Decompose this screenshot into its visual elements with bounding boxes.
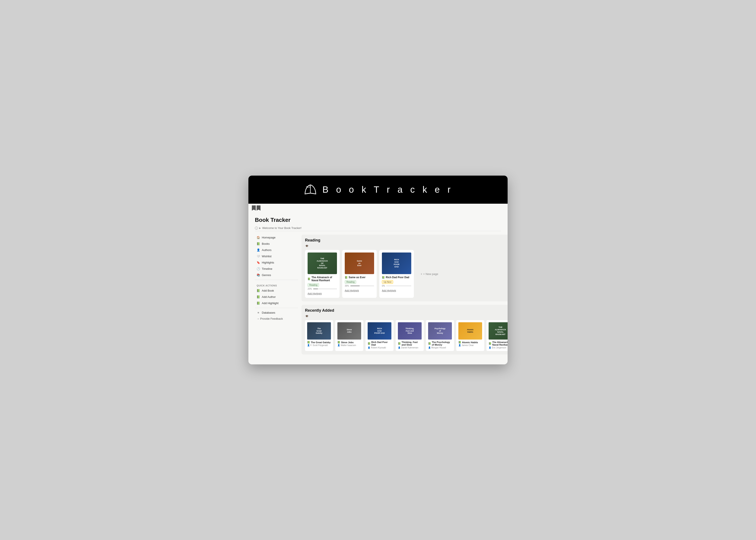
sidebar-label-highlights: Highlights [262, 261, 274, 264]
author-icon-psychology: 👤 [428, 346, 431, 349]
recent-cover-gatsby: TheGreatGatsby [307, 322, 331, 339]
author-icon-gatsby: 👤 [307, 344, 310, 346]
sidebar-feedback[interactable]: → Provide Feedback [255, 316, 298, 322]
sidebar-databases[interactable]: ≡ Databases [255, 310, 298, 316]
add-author-icon: 📗 [257, 295, 260, 299]
sidebar-databases-label: Databases [262, 311, 275, 314]
recent-author-steve-jobs: 👤 Walter Isaacson [337, 344, 361, 346]
chevron-right-icon: ▶ [259, 227, 261, 229]
recent-author-naval: 👤 Eric Jorgenson [489, 346, 508, 349]
progress-text-almanack: 20% [308, 288, 312, 290]
recently-cards-row: TheGreatGatsby 📗 The Great Gatsby 👤 F. S… [305, 320, 508, 351]
author-icon-naval: 👤 [489, 346, 491, 349]
recent-card-naval[interactable]: THEALMANACKNAVALRAVIKANT 📗 The Almanack … [486, 320, 508, 351]
reading-new-page-card[interactable]: + + New page [417, 250, 442, 298]
sidebar-label-timeline: Timeline [262, 267, 272, 270]
recent-title-naval: 📗 The Almanack of Naval Ravikant [489, 341, 508, 346]
sidebar-item-homepage[interactable]: 🏠 Homepage [255, 234, 298, 240]
sidebar-item-wishlist[interactable]: 🤍 Wishlist [255, 253, 298, 259]
recent-title-gatsby: 📗 The Great Gatsby [307, 341, 331, 344]
book-card-almanack[interactable]: THEALMANACKOFNAVALRAVIKANT 📗 The Almanac… [305, 250, 339, 298]
book-icon-atomic: 📗 [458, 341, 461, 344]
recent-card-psychology[interactable]: PsychologyofMoney 📗 The Psychology of Mo… [426, 320, 454, 351]
recent-title-rich-dad: 📗 Rich Dad Poor Dad [368, 341, 391, 346]
sidebar-item-authors[interactable]: 👤 Authors [255, 247, 298, 253]
layout: 🏠 Homepage 📗 Books 👤 Authors 🤍 Wishlist … [255, 234, 501, 358]
quick-actions-label: Quick Actions [255, 282, 298, 288]
recent-author-gatsby: 👤 F. Scott Fitzgerald [307, 344, 331, 346]
cover-text-almanack: THEALMANACKOFNAVALRAVIKANT [316, 257, 329, 270]
reading-title: Reading [305, 238, 508, 243]
progress-bar-fill-almanack [313, 289, 318, 289]
sidebar-label-genres: Genres [262, 273, 271, 277]
sidebar-add-highlight-label: Add Highlight [262, 302, 278, 305]
recent-author-psychology: 👤 Morgan Housel [428, 346, 452, 349]
recent-author-rich-dad: 👤 Robert Kiyosaki [368, 346, 391, 349]
bookmark-icon-1 [252, 205, 256, 210]
book-title-rich-dad: 📗 Rich Dad Poor Dad [382, 276, 411, 279]
recent-title-steve-jobs: 📗 Steve Jobs [337, 341, 361, 344]
book-cover-almanack: THEALMANACKOFNAVALRAVIKANT [308, 252, 337, 274]
add-highlight-rich-dad[interactable]: Add Highlight [382, 289, 396, 292]
book-icon-naval: 📗 [489, 342, 492, 345]
app-window: B o o k T r a c k e r Book Tracker i ▶ W… [248, 176, 508, 364]
info-icon: i [255, 226, 258, 230]
book-small-icon-rich-dad: 📗 [382, 276, 385, 279]
progress-bar-bg-almanack [313, 289, 337, 289]
status-badge-almanack: Reading [308, 283, 319, 287]
sidebar-item-genres[interactable]: 📚 Genres [255, 272, 298, 278]
add-highlight-same-as-ever[interactable]: Add Highlight [345, 289, 359, 292]
recent-card-steve-jobs[interactable]: SteveJobs 📗 Steve Jobs 👤 Walter Isaacson [335, 320, 363, 351]
status-badge-rich-dad: Up Next [382, 280, 393, 284]
progress-bar-fill-same-as-ever [350, 286, 360, 286]
book-small-icon-same-as-ever: 📗 [345, 276, 348, 279]
status-badge-same-as-ever: Reading [345, 280, 356, 284]
reading-eye-icon: 👁️ [305, 244, 508, 248]
sidebar-label-authors: Authors [262, 248, 272, 252]
book-title-same-as-ever: 📗 Same as Ever [345, 276, 374, 279]
databases-icon: ≡ [257, 311, 260, 314]
author-icon-atomic: 👤 [458, 344, 461, 346]
author-icon-thinking: 👤 [398, 346, 401, 349]
sidebar-item-books[interactable]: 📗 Books [255, 241, 298, 247]
sidebar-item-timeline[interactable]: 🕐 Timeline [255, 266, 298, 272]
recent-author-thinking: 👤 Daniel Kahneman [398, 346, 422, 349]
page-title: Book Tracker [255, 217, 501, 223]
recent-card-rich-dad[interactable]: RICHDADPOOR DAD 📗 Rich Dad Poor Dad 👤 Ro… [365, 320, 394, 351]
recent-card-gatsby[interactable]: TheGreatGatsby 📗 The Great Gatsby 👤 F. S… [305, 320, 333, 351]
sidebar: 🏠 Homepage 📗 Books 👤 Authors 🤍 Wishlist … [255, 234, 298, 358]
recent-card-atomic[interactable]: AtomicHabits 📗 Atomic Habits 👤 James Cle… [456, 320, 484, 351]
recent-cover-psychology: PsychologyofMoney [428, 322, 452, 339]
recent-card-thinking[interactable]: Thinking,Fast andSlow 📗 Thinking, Fast a… [396, 320, 424, 351]
sidebar-add-author[interactable]: 📗 Add Author [255, 294, 298, 300]
header-title: B o o k T r a c k e r [322, 185, 453, 195]
book-icon-gatsby: 📗 [307, 341, 310, 344]
sidebar-add-highlight[interactable]: 📗 Add Highlight [255, 300, 298, 306]
recent-cover-atomic: AtomicHabits [458, 322, 482, 339]
recent-title-thinking: 📗 Thinking, Fast and Slow [398, 341, 422, 346]
authors-icon: 👤 [257, 248, 260, 252]
add-highlight-almanack[interactable]: Add Highlight [308, 292, 321, 295]
sidebar-add-book[interactable]: 📗 Add Book [255, 288, 298, 294]
book-cover-rich-dad: RICHDADPOORDAD [382, 252, 411, 274]
bookmark-icons [252, 205, 261, 210]
recently-added-section: Recently Added 👁️ TheGreatGatsby 📗 The G… [302, 305, 508, 354]
sidebar-label-books: Books [262, 242, 270, 245]
recently-added-title: Recently Added [305, 308, 508, 313]
progress-text-rich-dad: 0% [382, 285, 385, 287]
reading-new-page-label: + New page [423, 272, 438, 276]
add-book-icon: 📗 [257, 289, 260, 292]
author-icon-rich-dad: 👤 [368, 346, 370, 349]
wishlist-icon: 🤍 [257, 255, 260, 258]
sidebar-item-highlights[interactable]: 🔖 Highlights [255, 260, 298, 265]
recent-cover-thinking: Thinking,Fast andSlow [398, 322, 422, 339]
reading-new-page-icon: + [421, 272, 422, 276]
book-card-same-as-ever[interactable]: SameasEver 📗 Same as Ever Reading 39% [342, 250, 377, 298]
author-icon-steve-jobs: 👤 [337, 344, 340, 346]
sidebar-add-book-label: Add Book [262, 289, 274, 292]
recent-title-psychology: 📗 The Psychology of Money [428, 341, 452, 346]
sidebar-divider [255, 280, 298, 280]
book-card-rich-dad[interactable]: RICHDADPOORDAD 📗 Rich Dad Poor Dad Up Ne… [379, 250, 414, 298]
recent-title-atomic: 📗 Atomic Habits [458, 341, 482, 344]
home-icon: 🏠 [257, 236, 260, 239]
